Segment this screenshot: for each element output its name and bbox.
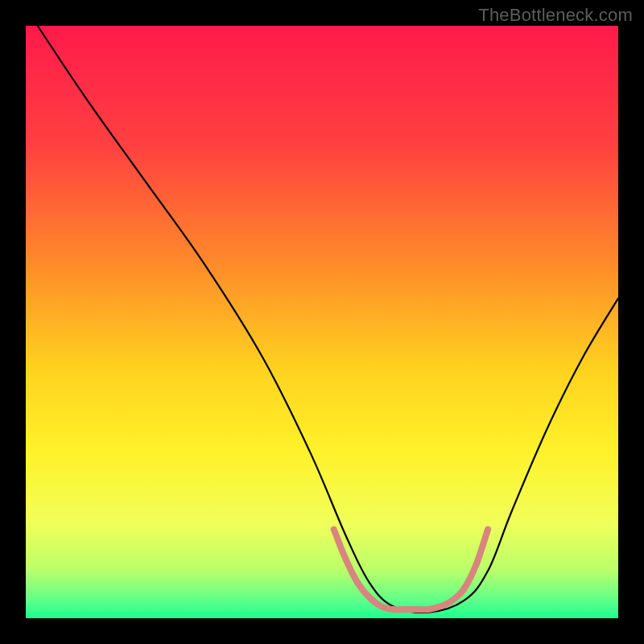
optimal-range-marker-path [334,530,488,610]
bottleneck-curve-path [38,26,618,613]
plot-area [26,26,618,618]
chart-frame: TheBottleneck.com [0,0,644,644]
watermark-text: TheBottleneck.com [478,5,633,26]
curve-layer [26,26,618,618]
